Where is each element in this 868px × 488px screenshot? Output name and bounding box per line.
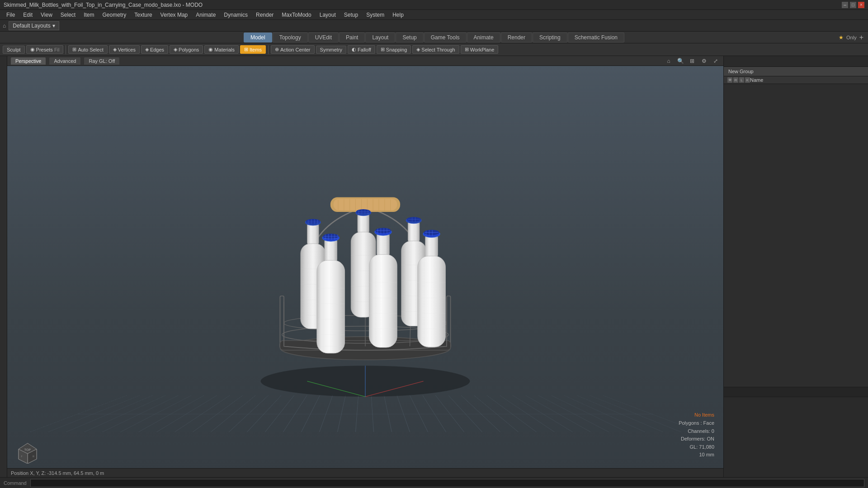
select-through-button[interactable]: ◈ Select Through (412, 45, 459, 54)
command-input[interactable] (30, 479, 864, 487)
svg-rect-90 (377, 232, 389, 258)
position-bar: Position X, Y, Z: -314.5 mm, 64.5 mm, 0 … (7, 468, 723, 477)
menu-item-help[interactable]: Help (389, 11, 407, 19)
snapping-label: Snapping (386, 47, 407, 52)
mode-tab-render[interactable]: Render (501, 33, 532, 42)
layout-bar: ⌂ Default Layouts ▾ (0, 20, 868, 32)
workplane-label: WorkPlane (470, 47, 495, 52)
viewport-raygl-tab[interactable]: Ray GL: Off (84, 57, 119, 65)
menu-item-system[interactable]: System (363, 11, 388, 19)
menu-item-geometry[interactable]: Geometry (99, 11, 130, 19)
scene-3d[interactable]: No Items Polygons : Face Channels: 0 Def… (7, 66, 723, 477)
workplane-button[interactable]: ⊞ WorkPlane (461, 45, 499, 54)
mode-tab-animate[interactable]: Animate (467, 33, 500, 42)
menu-item-setup[interactable]: Setup (340, 11, 362, 19)
mode-tab-layout[interactable]: Layout (365, 33, 395, 42)
items-icon: ⊞ (244, 47, 248, 52)
menu-item-maxtomodo[interactable]: MaxToModo (278, 11, 315, 19)
menu-item-vertex map[interactable]: Vertex Map (157, 11, 192, 19)
action-center-button[interactable]: ⊕ Action Center (271, 45, 315, 54)
auto-select-button[interactable]: ⊞ Auto Select (68, 45, 107, 54)
viewport-icon-home[interactable]: ⌂ (665, 57, 673, 65)
mode-tab-uvedit[interactable]: UVEdit (308, 33, 339, 42)
presets-icon: ◉ (30, 47, 35, 52)
select-through-label: Select Through (421, 47, 455, 52)
action-center-icon: ⊕ (275, 47, 279, 52)
polygons-label: Polygons (179, 47, 199, 52)
snapping-icon: ⊞ (381, 47, 385, 52)
mode-tab-model[interactable]: Model (244, 33, 272, 42)
svg-text:F: F (21, 455, 22, 458)
symmetry-button[interactable]: Symmetry (316, 46, 347, 54)
window-title: Skimmed_Milk_Bottles_with_Foil_Top_in_Ca… (4, 2, 203, 8)
separator-1 (66, 45, 66, 54)
close-button[interactable]: × (858, 2, 864, 8)
viewport-icon-maximize[interactable]: ⤢ (712, 57, 720, 65)
menu-item-animate[interactable]: Animate (192, 11, 219, 19)
only-label: Only (846, 35, 857, 40)
menu-item-item[interactable]: Item (80, 11, 98, 19)
command-label: Command (4, 480, 27, 486)
menu-item-render[interactable]: Render (252, 11, 277, 19)
edges-button[interactable]: ◈ Edges (141, 45, 168, 54)
falloff-button[interactable]: ◐ Falloff (348, 45, 375, 54)
mode-tab-setup[interactable]: Setup (396, 33, 423, 42)
add-tab-icon[interactable]: + (859, 33, 863, 42)
materials-button[interactable]: ◉ Materials (204, 45, 239, 54)
presets-label: Presets (36, 47, 53, 52)
layout-dropdown[interactable]: Default Layouts ▾ (9, 21, 59, 30)
viewport-perspective-tab[interactable]: Perspective (11, 57, 46, 65)
separator-2 (268, 45, 269, 54)
edges-icon: ◈ (145, 47, 149, 52)
presets-button[interactable]: ◉ Presets Fil (26, 45, 64, 54)
title-bar-left: Skimmed_Milk_Bottles_with_Foil_Top_in_Ca… (4, 2, 203, 8)
groups-panel[interactable]: New Group 👁 R L K Name (724, 67, 868, 387)
groups-header: 👁 R L K Name (724, 76, 868, 84)
polygons-button[interactable]: ◈ Polygons (170, 45, 203, 54)
maximize-button[interactable]: □ (850, 2, 856, 8)
fill-label: Fil (54, 47, 60, 52)
mode-tab-schematic-fusion[interactable]: Schematic Fusion (568, 33, 624, 42)
new-group-button[interactable]: New Group (724, 67, 868, 76)
materials-icon: ◉ (208, 47, 213, 52)
tool-bar: Sculpt ◉ Presets Fil ⊞ Auto Select ◈ Ver… (0, 43, 868, 56)
no-items-label: No Items (679, 411, 714, 419)
deformers-stat: Deformers: ON (679, 435, 714, 443)
mode-tab-paint[interactable]: Paint (339, 33, 365, 42)
sculpt-button[interactable]: Sculpt (3, 46, 25, 54)
stats-overlay: No Items Polygons : Face Channels: 0 Def… (679, 411, 714, 459)
col-name-header: Name (750, 77, 864, 83)
menu-item-edit[interactable]: Edit (19, 11, 36, 19)
nav-cube[interactable]: TOP R F (16, 441, 39, 464)
minimize-button[interactable]: – (842, 2, 848, 8)
mode-tab-scripting[interactable]: Scripting (533, 33, 567, 42)
polygons-stat: Polygons : Face (679, 419, 714, 427)
items-button[interactable]: ⊞ Items (240, 45, 266, 54)
viewport-advanced-tab[interactable]: Advanced (49, 57, 80, 65)
menu-item-file[interactable]: File (3, 11, 19, 19)
properties-tabs (724, 387, 868, 397)
viewport-icon-search[interactable]: 🔍 (676, 57, 684, 65)
scale-stat: 10 mm (679, 451, 714, 459)
vertices-icon: ◈ (113, 47, 117, 52)
svg-rect-107 (418, 256, 446, 347)
col-icon-3: L (739, 77, 744, 83)
viewport-icon-zoom[interactable]: ⊞ (688, 57, 696, 65)
mode-tab-topology[interactable]: Topology (273, 33, 308, 42)
items-label: Items (250, 47, 262, 52)
mode-tabs-right: ★ Only + (839, 33, 863, 42)
svg-rect-12 (334, 199, 397, 211)
mode-tab-game-tools[interactable]: Game Tools (424, 33, 467, 42)
menu-item-view[interactable]: View (37, 11, 56, 19)
menu-item-dynamics[interactable]: Dynamics (220, 11, 251, 19)
viewport-icon-settings[interactable]: ⚙ (700, 57, 708, 65)
gl-stat: GL: 71,080 (679, 443, 714, 451)
viewport-header: Perspective Advanced Ray GL: Off ⌂ 🔍 ⊞ ⚙… (7, 56, 723, 66)
vertices-button[interactable]: ◈ Vertices (109, 45, 140, 54)
menu-item-texture[interactable]: Texture (131, 11, 156, 19)
menu-item-select[interactable]: Select (57, 11, 79, 19)
materials-label: Materials (214, 47, 235, 52)
snapping-button[interactable]: ⊞ Snapping (377, 45, 411, 54)
menu-item-layout[interactable]: Layout (316, 11, 340, 19)
layout-dropdown-label: Default Layouts (13, 23, 50, 29)
